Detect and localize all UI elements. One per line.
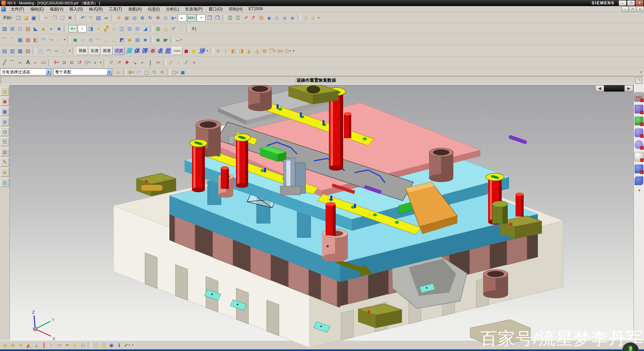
m3-view-button[interactable]: M3▾	[187, 14, 196, 22]
menu-help[interactable]: 帮助(H)	[226, 6, 246, 12]
show-icon[interactable]: ◈	[289, 14, 296, 22]
menu-tools[interactable]: 工具(T)	[106, 6, 125, 12]
flange-icon[interactable]: ↪	[47, 36, 55, 43]
swept-surface-icon[interactable]: ◠	[40, 36, 47, 43]
cross-face-icon[interactable]: ⊠	[261, 47, 269, 55]
csys-orient-icon[interactable]: ↗	[242, 14, 250, 22]
zoom-in-out-icon[interactable]: ⊕	[139, 14, 146, 22]
system-materials-tab[interactable]: ☷	[1, 137, 9, 146]
sketch-button[interactable]: ⊕▾	[68, 25, 77, 32]
menu-view[interactable]: 视图(V)	[47, 6, 66, 12]
minimize-button[interactable]: −	[619, 0, 626, 6]
sketch-button-dropdown[interactable]: ▾	[74, 27, 75, 30]
menu-file[interactable]: 文件(F)	[8, 6, 27, 12]
restore-button-cn[interactable]: 还原	[113, 47, 125, 55]
revolve-small-icon[interactable]: ◗	[47, 25, 55, 32]
sketch-hatch-icon[interactable]: ▨	[24, 25, 32, 32]
snap-point-icon-dropdown[interactable]: ▾	[133, 71, 134, 73]
line-icon[interactable]: ╱	[1, 59, 8, 66]
graphics-window[interactable]: 1719.2K(	[10, 85, 634, 340]
m3-view-button-dropdown[interactable]: ▾	[194, 17, 195, 19]
clamp-tool-alt-icon[interactable]: ◙▾	[162, 36, 170, 43]
find-component-icon[interactable]: ∞	[114, 68, 122, 76]
shaded-view-icon[interactable]: ◈▾	[170, 14, 177, 22]
start-button[interactable]: 开始▾	[1, 14, 15, 22]
new-window-icon[interactable]: ❐	[206, 14, 214, 22]
quick-trim-icon[interactable]: ✐	[108, 59, 115, 66]
trim-curve-icon[interactable]: ↗	[115, 59, 123, 66]
rotate-snap-icon[interactable]: ↻	[150, 68, 158, 76]
boss-icon[interactable]: ◍	[154, 25, 162, 32]
menu-edit[interactable]: 编辑(E)	[27, 6, 47, 12]
scroll-left-button[interactable]: ◀	[595, 85, 604, 92]
solid-cube-icon[interactable]: ■	[55, 25, 63, 32]
shaded-cube-icon[interactable]: ◼	[179, 68, 187, 76]
replace-face-icon[interactable]: ◨	[238, 47, 245, 55]
pattern-face-icon[interactable]: ⊞▾	[277, 47, 284, 55]
visualization-tab[interactable]: ▧	[1, 148, 9, 156]
close-button[interactable]: ✕	[636, 0, 643, 6]
smooth-spline-icon[interactable]: ≈▾	[154, 59, 162, 66]
face-hatch-icon[interactable]: ▨	[24, 47, 32, 55]
pull-face-icon[interactable]: ↕	[222, 47, 230, 55]
cylinder-curve-icon[interactable]: ◗	[91, 59, 99, 66]
immediate-hide-icon[interactable]: ◇	[273, 14, 281, 22]
add-component-icon[interactable]: ⊞	[1, 341, 9, 349]
swept-block-icon[interactable]: ◧	[32, 36, 40, 43]
replace-button[interactable]: 替换	[77, 47, 88, 55]
menu-information[interactable]: 信息(I)	[145, 6, 163, 12]
toolbar-overflow-caret[interactable]: ▾	[206, 49, 209, 52]
child-minimize-button[interactable]: −	[622, 6, 628, 12]
measure-distance-icon[interactable]: ⊐	[302, 14, 309, 22]
clamp-tool-icon[interactable]: ◙	[154, 36, 162, 43]
csys-display-icon[interactable]: ↱	[250, 14, 258, 22]
delete-face-icon[interactable]: ◭	[245, 47, 253, 55]
block-feature-icon[interactable]: ▧	[1, 25, 8, 32]
palette-collapse-arrow[interactable]: ◂	[638, 188, 640, 192]
point-line-d-icon[interactable]: +	[190, 59, 198, 66]
palette-white-punch-part[interactable]	[634, 152, 644, 161]
view-popup-button[interactable]: ❒	[636, 78, 642, 83]
palette-t-punch-part[interactable]	[635, 105, 643, 114]
profile-icon[interactable]: ⌐	[32, 59, 40, 66]
revolve-icon[interactable]: ◖	[95, 25, 102, 32]
palette-blue-bracket-part[interactable]	[635, 176, 643, 185]
copy-tag-button[interactable]: CoPy	[172, 47, 182, 55]
internet-explorer-tab[interactable]: ◍	[1, 117, 9, 126]
resize-blend-icon[interactable]: ⊡▾	[284, 47, 292, 55]
swept-wall-icon[interactable]: ◠	[45, 47, 52, 55]
background-swatch[interactable]: ▾	[197, 14, 206, 22]
open-folder-icon[interactable]: ◪	[22, 14, 30, 22]
unite-icon[interactable]: ◫	[118, 25, 126, 32]
dimension-tool-icon-dropdown[interactable]: ▾	[181, 39, 182, 41]
cut-icon[interactable]: ✂	[43, 14, 51, 22]
yellow-cube-icon[interactable]: ◼	[190, 47, 198, 55]
lasso-select-icon-dropdown[interactable]: ▾	[176, 71, 178, 73]
copy-icon[interactable]: ❐	[51, 14, 58, 22]
menu-analysis[interactable]: 分析(L)	[163, 6, 182, 12]
palette-trilobe-part[interactable]	[635, 140, 643, 149]
name-char-button[interactable]: 名	[156, 47, 164, 55]
curve-mesh-icon[interactable]: ▦	[16, 36, 24, 43]
fillet-a-icon[interactable]: ⊃	[60, 59, 68, 66]
studio-surface-icon[interactable]: ▨	[24, 36, 32, 43]
swoop-b-icon[interactable]: ◡	[110, 36, 118, 43]
thicken-icon[interactable]: ■	[141, 36, 149, 43]
part-navigator-tab[interactable]: ▦	[1, 107, 9, 116]
datum-plane-icon[interactable]: ⊞	[8, 25, 16, 32]
restore-button[interactable]: ❐	[627, 0, 635, 6]
menu-insert[interactable]: 插入(S)	[66, 6, 86, 12]
selection-filter-combo[interactable]: 没有选择过滤器 ▼	[0, 69, 51, 75]
text-tool-icon[interactable]: A	[24, 59, 32, 66]
palette-blue-cross-part[interactable]	[635, 165, 643, 173]
render-style-icon[interactable]: ◐	[178, 14, 187, 22]
history-tab[interactable]: ◷	[1, 127, 9, 136]
menu-et2008[interactable]: ET2008	[245, 6, 266, 12]
pattern-feature-icon[interactable]: ⊞	[134, 25, 141, 32]
sketch-curve-icon[interactable]: ✐	[170, 25, 177, 32]
lasso-select-icon[interactable]: ◻▾	[171, 68, 179, 76]
redo-icon[interactable]: ↷	[87, 14, 95, 22]
assembly-navigator-tab[interactable]: ▤	[1, 87, 9, 96]
selection-scope-dropdown[interactable]: ▼	[107, 69, 112, 75]
toolbar-overflow-caret[interactable]: ▾	[63, 38, 66, 41]
